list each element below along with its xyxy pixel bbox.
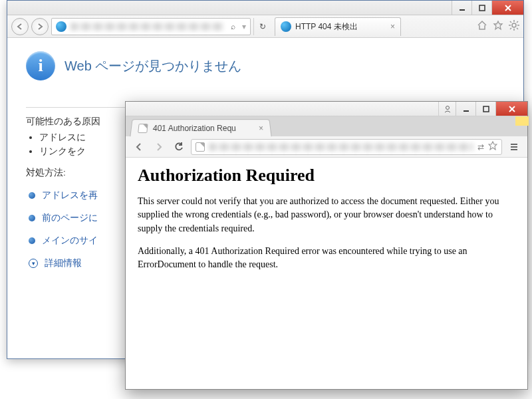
ie-address-bar[interactable]: ⌕ ▾ (51, 18, 251, 35)
chrome-titlebar (126, 102, 527, 116)
bullet-icon (29, 215, 35, 221)
ie-toolbar-icons (477, 20, 519, 33)
chrome-minimize-button[interactable] (456, 102, 475, 116)
ie-404-heading: Web ページが見つかりません (65, 57, 241, 75)
chrome-tab-title: 401 Authorization Requ (152, 124, 236, 133)
decorative-edge (515, 116, 529, 126)
bookmark-icon[interactable] (488, 141, 497, 152)
chrome-reload-button[interactable] (171, 139, 187, 155)
chrome-toolbar: ⇄ (126, 136, 527, 158)
bullet-icon (29, 237, 35, 244)
home-icon[interactable] (477, 20, 487, 33)
ie-logo-icon (56, 21, 66, 32)
svg-line-9 (510, 21, 511, 23)
chrome-menu-button[interactable] (506, 139, 522, 155)
ie-tabstrip: HTTP 404 未検出 × (275, 17, 401, 36)
chrome-profile-button[interactable] (438, 102, 456, 116)
ie-url-blurred (70, 23, 223, 31)
chrome-close-button[interactable] (495, 102, 527, 116)
chrome-address-bar[interactable]: ⇄ (191, 139, 502, 155)
gear-icon[interactable] (509, 20, 519, 33)
ie-refresh-button[interactable]: ↻ (253, 18, 271, 35)
chrome-tab-close-icon[interactable]: × (258, 124, 263, 133)
svg-point-4 (512, 23, 516, 27)
info-icon: i (26, 51, 55, 80)
ie-minimize-button[interactable] (452, 1, 471, 15)
ie-tab-title: HTTP 404 未検出 (295, 21, 358, 33)
svg-rect-1 (479, 5, 485, 11)
chrome-tabstrip: 401 Authorization Requ × (126, 116, 527, 136)
chrome-tab-active[interactable]: 401 Authorization Requ × (130, 119, 271, 136)
page-icon (138, 124, 148, 133)
favorites-icon[interactable] (493, 20, 503, 33)
chrome-window: 401 Authorization Requ × ⇄ Authorization… (125, 101, 528, 390)
chrome-401-para1: This server could not verify that you ar… (138, 195, 515, 235)
svg-line-11 (517, 21, 518, 23)
svg-line-10 (517, 28, 518, 29)
chrome-url-blurred (209, 143, 473, 151)
ie-maximize-button[interactable] (471, 1, 491, 15)
chrome-content: Authorization Required This server could… (126, 158, 527, 389)
chrome-back-button[interactable] (131, 139, 147, 155)
search-icon[interactable]: ⌕ (227, 21, 238, 32)
ie-tab-close-icon[interactable]: × (390, 22, 395, 31)
ie-close-button[interactable] (491, 1, 523, 15)
ie-forward-button[interactable] (31, 18, 49, 35)
ie-navbar: ⌕ ▾ ↻ HTTP 404 未検出 × (7, 15, 523, 38)
chrome-401-heading: Authorization Required (138, 166, 515, 186)
chevron-down-icon: ▾ (29, 259, 38, 268)
page-icon (196, 142, 205, 152)
chrome-401-para2: Additionally, a 401 Authorization Requir… (138, 245, 515, 272)
ie-titlebar (7, 1, 523, 15)
ie-tab-favicon (281, 21, 291, 32)
svg-point-13 (446, 106, 449, 109)
chrome-forward-button[interactable] (151, 139, 167, 155)
translate-icon[interactable]: ⇄ (477, 142, 484, 152)
bullet-icon (29, 192, 35, 199)
chrome-maximize-button[interactable] (475, 102, 495, 116)
svg-line-12 (510, 28, 511, 29)
ie-back-button[interactable] (11, 18, 29, 35)
svg-rect-15 (483, 106, 489, 112)
ie-tab-active[interactable]: HTTP 404 未検出 × (275, 17, 401, 36)
